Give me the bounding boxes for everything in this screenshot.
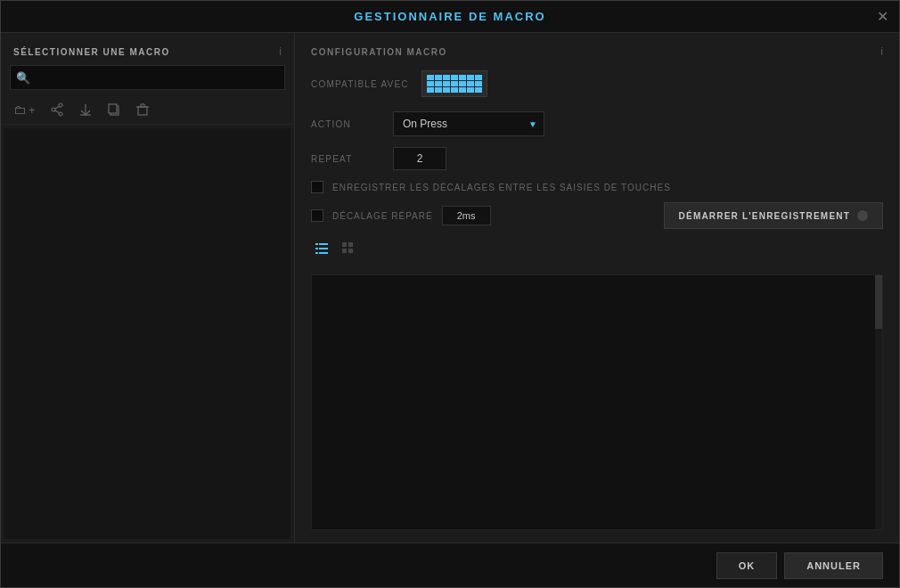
record-button[interactable]: DÉMARRER L'ENREGISTREMENT <box>664 202 883 229</box>
left-panel-title: SÉLECTIONNER UNE MACRO <box>13 47 170 57</box>
svg-rect-22 <box>342 249 347 253</box>
grid-view-button[interactable] <box>338 238 359 262</box>
title-bar: GESTIONNAIRE DE MACRO ✕ <box>1 1 899 33</box>
folder-icon: 🗀 <box>13 102 26 117</box>
dialog-footer: OK ANNULER <box>1 543 899 587</box>
repeat-row: REPEAT <box>311 147 883 170</box>
decalage-input[interactable] <box>442 206 491 225</box>
config-header: CONFIGURATION MACRO i <box>311 45 883 58</box>
left-panel-header: SÉLECTIONNER UNE MACRO i <box>1 33 294 65</box>
svg-point-2 <box>52 108 55 111</box>
checkbox2-row: DÉCALAGE RÉPARÉ DÉMARRER L'ENREGISTREMEN… <box>311 202 883 229</box>
record-btn-label: DÉMARRER L'ENREGISTREMENT <box>679 211 850 221</box>
checkbox-enregistrer[interactable] <box>311 181 323 193</box>
folder-plus: + <box>29 103 36 117</box>
list-view-button[interactable] <box>311 238 332 262</box>
macro-sequence-area <box>311 274 883 530</box>
copy-icon <box>107 102 121 117</box>
left-info-icon[interactable]: i <box>279 45 282 58</box>
new-folder-button[interactable]: 🗀 + <box>10 101 39 118</box>
view-toolbar <box>311 238 883 267</box>
right-info-icon[interactable]: i <box>880 45 883 58</box>
svg-rect-19 <box>315 252 318 254</box>
macro-toolbar: 🗀 + <box>1 97 294 125</box>
delete-icon <box>135 102 150 117</box>
svg-rect-9 <box>138 107 147 115</box>
svg-rect-20 <box>342 242 347 247</box>
svg-rect-16 <box>319 248 328 249</box>
dialog-title: GESTIONNAIRE DE MACRO <box>354 10 545 23</box>
action-row: ACTION On Press On Release Toggle Repeat… <box>311 111 883 136</box>
checkbox1-label: ENREGISTRER LES DÉCALAGES ENTRE LES SAIS… <box>332 183 671 192</box>
search-input[interactable] <box>10 65 285 90</box>
svg-rect-15 <box>315 243 318 245</box>
svg-rect-23 <box>348 249 353 253</box>
search-bar: 🔍 <box>10 65 285 90</box>
config-title: CONFIGURATION MACRO <box>311 47 447 57</box>
record-dot-icon <box>857 210 868 221</box>
svg-rect-8 <box>109 104 117 113</box>
svg-rect-18 <box>319 252 328 254</box>
action-select-wrapper: On Press On Release Toggle Repeat ▼ <box>393 111 544 136</box>
repeat-input[interactable] <box>393 147 446 170</box>
copy-button[interactable] <box>103 101 125 118</box>
cancel-button[interactable]: ANNULER <box>784 552 883 579</box>
download-icon <box>78 102 93 117</box>
delete-button[interactable] <box>132 101 153 118</box>
svg-line-4 <box>54 110 59 113</box>
svg-rect-14 <box>319 243 328 245</box>
svg-line-3 <box>54 106 59 109</box>
checkbox2-label: DÉCALAGE RÉPARÉ <box>332 211 433 221</box>
ok-button[interactable]: OK <box>716 552 778 579</box>
share-button[interactable] <box>46 101 68 118</box>
action-select[interactable]: On Press On Release Toggle Repeat <box>393 111 544 136</box>
checkbox-decalage[interactable] <box>311 209 323 222</box>
grid-view-icon <box>340 241 356 257</box>
repeat-label: REPEAT <box>311 154 382 164</box>
share-icon <box>50 102 64 117</box>
macro-manager-dialog: GESTIONNAIRE DE MACRO ✕ SÉLECTIONNER UNE… <box>0 0 900 588</box>
checkbox1-row: ENREGISTRER LES DÉCALAGES ENTRE LES SAIS… <box>311 181 883 193</box>
main-content: SÉLECTIONNER UNE MACRO i 🔍 🗀 + <box>1 33 899 543</box>
svg-rect-17 <box>315 248 318 249</box>
scrollbar-thumb[interactable] <box>875 275 882 329</box>
macro-list[interactable] <box>4 128 290 539</box>
close-button[interactable]: ✕ <box>877 10 888 24</box>
svg-point-1 <box>59 112 62 116</box>
svg-point-0 <box>59 103 62 107</box>
search-icon: 🔍 <box>16 71 30 85</box>
compat-section: COMPATIBLE AVEC <box>311 70 883 97</box>
download-button[interactable] <box>75 101 96 118</box>
keyboard-icon <box>421 70 487 97</box>
scrollbar-track <box>875 275 882 529</box>
right-panel: CONFIGURATION MACRO i COMPATIBLE AVEC AC… <box>295 33 899 543</box>
action-label: ACTION <box>311 119 382 129</box>
left-panel: SÉLECTIONNER UNE MACRO i 🔍 🗀 + <box>1 33 295 543</box>
svg-rect-21 <box>348 242 353 247</box>
list-view-icon <box>314 241 330 257</box>
compat-label: COMPATIBLE AVEC <box>311 79 409 89</box>
